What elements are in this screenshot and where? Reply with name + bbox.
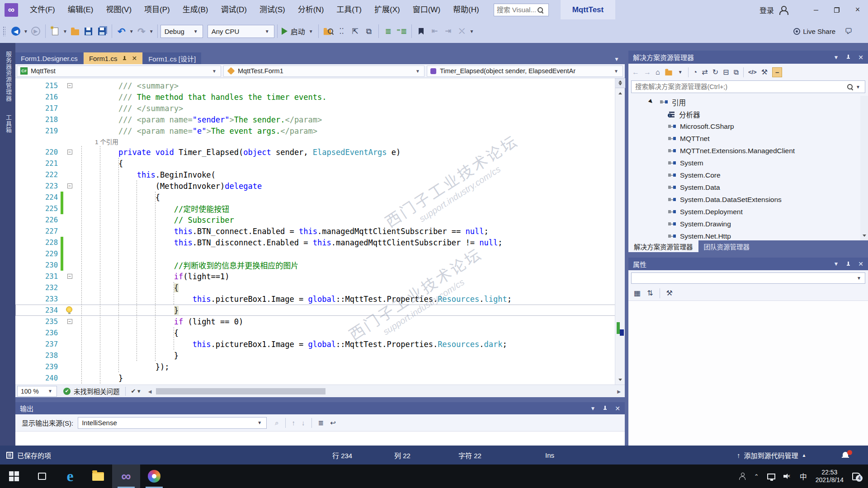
ime-indicator[interactable]: 中 (796, 465, 811, 488)
breakpoint-margin[interactable] (15, 372, 35, 384)
code-line[interactable]: 235– if (light == 0) (15, 316, 625, 327)
code-line[interactable]: 217 /// </summary> (15, 103, 625, 114)
show-whitespace-button[interactable]: ⁚⁚ (335, 23, 349, 39)
character-indicator[interactable]: 字符 22 (458, 446, 481, 465)
fold-margin[interactable]: – (64, 83, 75, 88)
clear-bookmarks-button[interactable]: ⤬ (455, 23, 469, 39)
pin-icon[interactable] (846, 55, 851, 60)
notifications-button[interactable] (842, 446, 849, 465)
menu-item[interactable]: 扩展(X) (368, 0, 406, 19)
editor-vertical-scrollbar[interactable] (615, 78, 625, 385)
tree-scrollbar[interactable] (860, 96, 868, 240)
tree-item-system-net-http[interactable]: System.Net.Http (628, 230, 868, 240)
window-position-icon[interactable]: ▼ (833, 54, 839, 61)
code-line[interactable]: 216 /// The method that handles the time… (15, 91, 625, 103)
file-explorer-taskbar-button[interactable] (84, 465, 112, 488)
find-in-files-button[interactable] (321, 23, 335, 39)
next-message-icon[interactable]: ↓ (302, 419, 305, 427)
menu-item[interactable]: 调试(D) (214, 0, 253, 19)
breakpoint-margin[interactable] (15, 237, 35, 248)
breakpoint-margin[interactable] (15, 259, 35, 271)
property-pages-icon[interactable]: ⚒ (666, 289, 673, 297)
properties-wrench-icon[interactable]: ⚒ (761, 68, 768, 76)
code-line[interactable]: 225 //定时使能按钮 (15, 203, 625, 214)
increase-indent-button[interactable]: ⁼≣ (395, 23, 409, 39)
chevron-down-icon[interactable]: ▼ (677, 70, 684, 75)
pin-icon[interactable] (603, 406, 608, 411)
code-line[interactable]: 233 this.pictureBox1.Image = global::Mqt… (15, 293, 625, 305)
collapse-all-icon[interactable]: ⊟ (723, 68, 729, 76)
home-icon[interactable]: ⌂ (656, 68, 660, 76)
tool-window-tab[interactable]: 解决方案资源管理器 (628, 240, 698, 252)
show-hidden-icons-button[interactable]: ⌃ (750, 465, 763, 488)
add-to-source-control-button[interactable]: ↑ 添加到源代码管理 ▲ (737, 446, 806, 465)
code-line[interactable]: 230 //判断收到的信息并更换相应的图片 (15, 259, 625, 271)
menu-item[interactable]: 窗口(W) (406, 0, 447, 19)
column-indicator[interactable]: 列 22 (394, 446, 410, 465)
code-line[interactable]: 219 /// <param name="e">The event args.<… (15, 125, 625, 136)
project-dropdown[interactable]: C# MqttTest ▼ (17, 66, 221, 77)
find-message-icon[interactable]: ⌕ (275, 419, 278, 427)
code-line[interactable]: 215– /// <summary> (15, 80, 625, 91)
breakpoint-margin[interactable] (15, 293, 35, 305)
redo-button[interactable]: ↷ (135, 23, 148, 39)
scroll-left-arrow[interactable]: ◀ (147, 388, 153, 395)
tree-item-system-core[interactable]: System.Core (628, 169, 868, 181)
save-button[interactable] (82, 23, 95, 39)
properties-content[interactable] (628, 301, 868, 446)
code-line[interactable]: 220– private void Timer_Elapsed(object s… (15, 146, 625, 158)
start-debugging-button[interactable]: 启动 ▼ (280, 23, 316, 39)
select-container-button[interactable]: ⇱ (349, 23, 362, 39)
new-file-dropdown-caret[interactable]: ▼ (62, 29, 68, 34)
document-tab[interactable]: Form1.cs✕ (84, 52, 142, 64)
live-share-button[interactable]: Live Share (793, 28, 835, 35)
new-file-button[interactable] (48, 23, 62, 39)
view-code-icon[interactable]: </> (748, 69, 757, 75)
menu-item[interactable]: 编辑(E) (61, 0, 100, 19)
previous-message-icon[interactable]: ↑ (292, 419, 296, 427)
codelens-row[interactable]: 1 个引用 (15, 136, 625, 146)
type-dropdown[interactable]: MqttTest.Form1 ▼ (223, 66, 425, 77)
solution-configuration-dropdown[interactable]: Debug▼ (160, 25, 203, 38)
code-health-indicator[interactable]: ✔ 未找到相关问题 (63, 386, 120, 396)
word-wrap-icon[interactable]: ↩ (330, 419, 336, 427)
toolbar-grip[interactable] (3, 26, 5, 36)
tree-item-mqttnet[interactable]: MQTTnet (628, 132, 868, 145)
insert-mode-indicator[interactable]: Ins (545, 446, 554, 465)
code-line[interactable]: 227 this.BTN_connect.Enabled = this.mana… (15, 225, 625, 237)
code-line[interactable]: 232 { (15, 282, 625, 293)
navigate-forward-button[interactable]: ▶ (29, 23, 42, 39)
breakpoint-margin[interactable] (15, 327, 35, 338)
solution-explorer-title-bar[interactable]: 解决方案资源管理器 ▼ ✕ (628, 51, 868, 64)
save-all-button[interactable] (95, 23, 109, 39)
breakpoint-margin[interactable] (15, 91, 35, 103)
refresh-icon[interactable]: ↻ (712, 68, 718, 76)
solution-platform-dropdown[interactable]: Any CPU▼ (208, 25, 274, 38)
breakpoint-margin[interactable] (15, 180, 35, 192)
edge-taskbar-button[interactable]: e (56, 465, 84, 488)
tree-item--[interactable]: 引用 (628, 96, 868, 108)
fold-margin[interactable]: – (64, 150, 75, 155)
output-content[interactable] (15, 431, 625, 446)
window-position-icon[interactable]: ▼ (833, 261, 839, 267)
tree-item-mqttnet-extensions-managedclient[interactable]: MQTTnet.Extensions.ManagedClient (628, 145, 868, 157)
code-line[interactable]: 234 } (15, 305, 625, 316)
tree-item-microsoft-csharp[interactable]: Microsoft.CSharp (628, 120, 868, 132)
codelens-references[interactable]: 1 个引用 (81, 139, 118, 145)
close-icon[interactable]: ✕ (132, 55, 137, 62)
feedback-button[interactable]: 🗩 (842, 23, 855, 39)
code-line[interactable]: 226 // Subscriber (15, 214, 625, 225)
breakpoint-margin[interactable] (15, 103, 35, 114)
breakpoint-margin[interactable] (15, 146, 35, 158)
back-dropdown-caret[interactable]: ▼ (23, 29, 29, 34)
sign-in-person-icon[interactable] (778, 5, 788, 14)
code-line[interactable]: 223– (MethodInvoker)delegate (15, 180, 625, 192)
code-line[interactable]: 231– if(light==1) (15, 271, 625, 282)
code-line[interactable]: 224 { (15, 192, 625, 203)
tree-item-system[interactable]: System (628, 157, 868, 169)
menu-item[interactable]: 视图(V) (99, 0, 138, 19)
zoom-dropdown[interactable]: 100 % ▼ (17, 386, 57, 397)
output-source-dropdown[interactable]: IntelliSense ▼ (78, 417, 267, 429)
breakpoint-margin[interactable] (15, 158, 35, 169)
tool-window-tab[interactable]: 团队资源管理器 (698, 240, 755, 252)
